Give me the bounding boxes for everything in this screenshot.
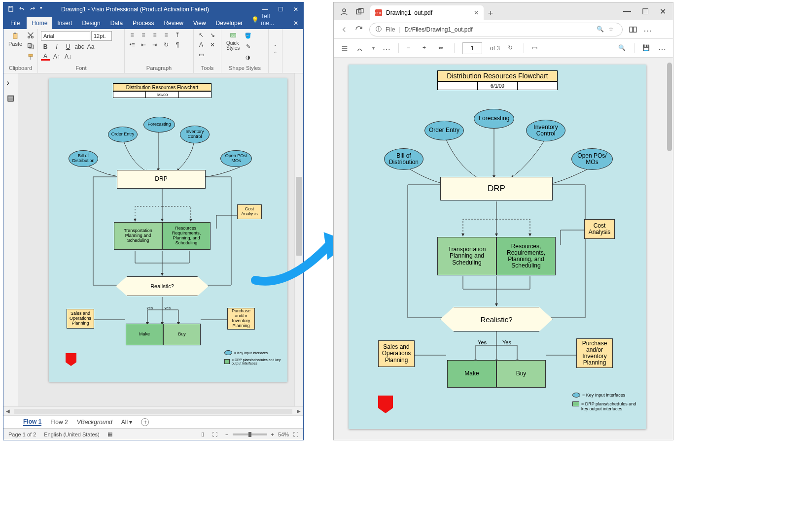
node-cost-analysis[interactable]: Cost Analysis — [237, 204, 262, 219]
tab-home[interactable]: Home — [27, 17, 52, 29]
edge-minimize-icon[interactable]: — — [623, 7, 631, 16]
node-drp[interactable]: DRP — [117, 170, 206, 189]
canvas-area[interactable]: Distribution Resources Flowchart 6/1/00 … — [18, 73, 294, 406]
tab-close-icon[interactable]: ✕ — [474, 9, 479, 16]
connector-tool-icon[interactable]: ↘ — [208, 31, 217, 39]
node-cost-analysis-l[interactable]: Cost Analysis — [584, 219, 615, 239]
node-transport[interactable]: Transportation Planning and Scheduling — [114, 222, 162, 250]
pdf-page[interactable]: Distribution Resources Flowchart 6/1/00 … — [349, 65, 646, 429]
tab-review[interactable]: Review — [159, 17, 188, 29]
font-size-select[interactable]: 12pt. — [91, 31, 112, 41]
favorite-icon[interactable]: ☆ — [608, 26, 616, 33]
node-make-l[interactable]: Make — [447, 360, 496, 388]
close-icon[interactable]: ✕ — [293, 6, 298, 13]
node-inventory-control[interactable]: Inventory Control — [180, 126, 210, 143]
sheet-tab-all[interactable]: All ▾ — [121, 419, 133, 426]
node-resources[interactable]: Resources, Requirements, Planning, and S… — [162, 222, 211, 250]
effects-icon[interactable]: ◑ — [244, 53, 252, 62]
sheet-tab-vbackground[interactable]: VBackground — [77, 419, 112, 426]
case-icon[interactable]: Aa — [86, 43, 95, 51]
strike-icon[interactable]: abc — [75, 43, 84, 51]
find-icon[interactable]: 🔍 — [618, 44, 626, 52]
page-view-icon[interactable]: ▭ — [532, 44, 540, 52]
rotate-text-icon[interactable]: ↻ — [162, 41, 171, 49]
italic-icon[interactable]: I — [52, 43, 61, 51]
node-purchase-inv-l[interactable]: Purchase and/or Inventory Planning — [576, 338, 613, 368]
font-name-select[interactable]: Arial — [41, 31, 90, 41]
page-width-icon[interactable]: ⛶ — [212, 432, 217, 437]
refresh-icon[interactable] — [354, 25, 363, 34]
save-icon[interactable] — [7, 5, 14, 14]
node-make[interactable]: Make — [126, 324, 163, 345]
node-sales-ops-l[interactable]: Sales and Operations Planning — [378, 340, 415, 367]
node-buy[interactable]: Buy — [163, 324, 201, 345]
quick-styles-button[interactable]: Quick Styles — [224, 31, 242, 52]
tab-design[interactable]: Design — [77, 17, 105, 29]
browser-tab[interactable]: PDF Drawing1_out.pdf ✕ — [370, 5, 484, 20]
node-bill-of-dist[interactable]: Bill of Distribution — [69, 150, 98, 167]
bold-icon[interactable]: B — [41, 43, 50, 51]
zoom-out-icon[interactable]: − — [225, 432, 228, 437]
draw-dropdown-icon[interactable]: ▾ — [372, 45, 375, 51]
stencil-icon[interactable]: ▤ — [7, 93, 15, 101]
ribbon-expand-icon[interactable]: ˆ — [275, 51, 277, 58]
node-open-pos[interactable]: Open POs/ MOs — [220, 150, 252, 167]
font-color-icon[interactable]: A — [41, 53, 50, 61]
underline-icon[interactable]: U — [64, 43, 72, 51]
tab-developer[interactable]: Developer — [211, 17, 248, 29]
tab-actions-icon[interactable] — [355, 7, 364, 16]
edge-maximize-icon[interactable]: ☐ — [642, 7, 649, 16]
node-realistic-l[interactable]: Realistic? — [440, 307, 553, 332]
contents-icon[interactable] — [341, 44, 349, 52]
redo-icon[interactable] — [29, 5, 36, 14]
node-realistic[interactable]: Realistic? — [116, 276, 209, 296]
cut-icon[interactable] — [26, 31, 35, 40]
macro-record-icon[interactable]: ▦ — [107, 431, 112, 437]
node-open-pos-l[interactable]: Open POs/ MOs — [571, 148, 613, 170]
format-painter-icon[interactable] — [26, 53, 35, 62]
tab-file[interactable]: File — [3, 17, 27, 29]
new-tab-button[interactable]: + — [484, 6, 497, 20]
tab-data[interactable]: Data — [106, 17, 128, 29]
scroll-thumb[interactable] — [296, 177, 302, 256]
tab-view[interactable]: View — [188, 17, 211, 29]
paragraph-marks-icon[interactable]: ¶ — [173, 41, 182, 49]
inc-indent-icon[interactable]: ⇥ — [150, 41, 159, 49]
save-pdf-icon[interactable]: 💾 — [642, 44, 650, 52]
tab-process[interactable]: Process — [128, 17, 159, 29]
edge-close-icon[interactable]: ✕ — [660, 7, 666, 16]
zoom-level[interactable]: 54% — [278, 432, 289, 437]
site-info-icon[interactable]: ⓘ — [376, 25, 382, 33]
expand-shapes-icon[interactable]: › — [7, 78, 15, 86]
undo-icon[interactable] — [18, 5, 25, 14]
copilot-icon[interactable] — [658, 25, 667, 34]
shrink-font-icon[interactable]: A↓ — [64, 53, 72, 61]
rotate-icon[interactable]: ↻ — [508, 44, 516, 52]
node-forecasting-l[interactable]: Forecasting — [474, 109, 514, 129]
address-bar[interactable]: ⓘ File | D:/Files/Drawing1_out.pdf 🔍 ☆ — [369, 23, 623, 36]
canvas-page[interactable]: Distribution Resources Flowchart 6/1/00 … — [49, 78, 287, 382]
line-icon[interactable]: ✎ — [244, 42, 252, 51]
node-order-entry-l[interactable]: Order Entry — [424, 121, 464, 140]
pdf-scroll-thumb[interactable] — [667, 63, 672, 151]
justify-icon[interactable]: ≡ — [162, 31, 171, 39]
pointer-tool-icon[interactable]: ↖ — [197, 31, 206, 39]
presentation-mode-icon[interactable]: ▯ — [201, 431, 204, 437]
grow-font-icon[interactable]: A↑ — [52, 53, 61, 61]
ribbon-collapse-icon[interactable]: ˇ — [275, 44, 277, 51]
bullets-icon[interactable]: •≡ — [128, 41, 137, 49]
qat-dropdown-icon[interactable]: ▾ — [40, 5, 42, 14]
node-buy-l[interactable]: Buy — [496, 360, 546, 388]
copy-icon[interactable] — [26, 42, 35, 51]
crop-tool-icon[interactable]: ✕ — [208, 41, 217, 49]
node-forecasting[interactable]: Forecasting — [143, 117, 175, 133]
node-order-entry[interactable]: Order Entry — [108, 127, 138, 142]
horizontal-scrollbar[interactable]: ◀ ▶ — [3, 406, 303, 415]
ribbon-close-icon[interactable]: ✕ — [288, 17, 303, 29]
node-sales-ops[interactable]: Sales and Operations Planning — [67, 309, 94, 329]
node-transport-l[interactable]: Transportation Planning and Scheduling — [437, 237, 496, 275]
node-drp-l[interactable]: DRP — [440, 177, 553, 200]
shapes-pane-strip[interactable]: › ▤ — [3, 73, 18, 406]
fit-width-icon[interactable]: ⇔ — [438, 44, 446, 52]
draw-icon[interactable] — [356, 44, 364, 52]
